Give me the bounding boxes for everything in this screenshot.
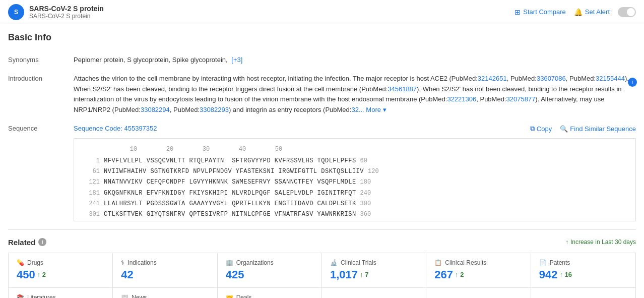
seq-line-5: 241 LLALHRSYLT PGDSSSGWTA GAAAYYVGYL QPR… — [82, 199, 627, 209]
related-empty-1 — [322, 288, 426, 298]
header: S SARS-CoV-2 S protein SARS-CoV-2 S prot… — [0, 0, 644, 24]
seq-line-7: 361 CVADYSVLYN SASFSTFKCY GVSPTKLNDL CFT… — [82, 220, 627, 221]
header-right: ⊞ Start Compare 🔔 Set Alert — [514, 7, 636, 17]
seq-line-6: 301 CTLKSFTVEK GIYQTSNFRV QPTESIVRFP NIT… — [82, 210, 627, 219]
related-header: Related i ↑ Increase in Last 30 days — [8, 238, 636, 247]
news-label-text: News — [132, 294, 147, 298]
pubmed-link-2[interactable]: 33607086 — [537, 75, 566, 82]
synonyms-label: Synonyms — [8, 55, 74, 64]
patents-count: 942 ↑ 16 — [539, 268, 627, 281]
alert-toggle[interactable] — [618, 7, 636, 17]
divider — [8, 229, 636, 230]
literatures-label-text: Literatures — [27, 294, 56, 298]
find-similar-label: Find Similar Sequence — [570, 125, 636, 133]
pubmed-link-7[interactable]: 33082294 — [141, 106, 170, 113]
synonyms-more-link[interactable]: [+3] — [231, 56, 242, 64]
patents-count-value: 942 — [539, 268, 558, 281]
news-label: 📰 News — [121, 294, 209, 298]
indications-label-text: Indications — [127, 259, 156, 266]
related-empty-2 — [426, 288, 531, 298]
sequence-label: Sequence — [8, 124, 74, 132]
patents-label: 📄 Patents — [539, 259, 627, 266]
organizations-label: 🏢 Organizations — [226, 259, 313, 266]
related-empty-3 — [531, 288, 635, 298]
seq-line-4: 181 GKQGNFKNLR EFVFKNIDGY FKIYSKHIPI NLV… — [82, 189, 627, 198]
pubmed-link-8[interactable]: 33082293 — [200, 106, 229, 113]
intro-text: Attaches the virion to the cell membrane… — [74, 75, 629, 113]
app-logo: S — [8, 4, 24, 20]
synonyms-value: Peplomer protein, S glycoprotein, Spike … — [74, 55, 636, 66]
clinical-trials-icon: 🔬 — [330, 259, 338, 266]
news-icon: 📰 — [121, 294, 128, 298]
literatures-icon: 📚 — [17, 294, 24, 298]
indications-icon: ⚕ — [121, 259, 124, 266]
clinical-results-label: 📋 Clinical Results — [434, 259, 522, 266]
pubmed-link-4[interactable]: 34561887 — [388, 85, 417, 93]
introduction-label: Introduction — [8, 74, 74, 82]
set-alert-label: Set Alert — [585, 8, 610, 16]
related-item-news[interactable]: 📰 News 61 — [113, 288, 217, 298]
drugs-increase: ↑ 2 — [37, 271, 46, 278]
clinical-trials-increase: ↑ 7 — [360, 271, 368, 278]
start-compare-button[interactable]: ⊞ Start Compare — [514, 8, 566, 16]
related-title-text: Related — [8, 238, 35, 247]
organizations-count: 425 — [226, 268, 313, 281]
copy-label: Copy — [537, 125, 552, 133]
related-item-patents[interactable]: 📄 Patents 942 ↑ 16 — [531, 253, 635, 287]
related-item-drugs[interactable]: 💊 Drugs 450 ↑ 2 — [9, 253, 113, 287]
copy-button[interactable]: ⧉ Copy — [530, 125, 552, 133]
seq-line-3: 121 NNATNVVIKV CEFQFCNDPF LGVYYHKNNK SWM… — [82, 177, 627, 187]
find-icon: 🔍 — [560, 125, 568, 133]
sequence-row: Sequence Sequence Code: 455397352 ⧉ Copy… — [8, 124, 636, 221]
entity-title: SARS-CoV-2 S protein — [29, 5, 104, 13]
clinical-trials-label: 🔬 Clinical Trials — [330, 259, 418, 266]
related-item-clinical-results[interactable]: 📋 Clinical Results 267 ↑ 2 — [426, 253, 531, 287]
related-grid-row2: 📚 Literatures 1,170 📰 News 61 🤝 Deals 13… — [8, 288, 636, 298]
clinical-results-increase: ↑ 2 — [455, 271, 464, 278]
related-item-organizations[interactable]: 🏢 Organizations 425 — [218, 253, 322, 287]
clinical-results-icon: 📋 — [434, 259, 442, 266]
header-titles: SARS-CoV-2 S protein SARS-CoV-2 S protei… — [29, 5, 104, 20]
arrow-up-icon: ↑ — [565, 239, 568, 246]
seq-line-1: 1 MFVFLVLLPL VSSQCVNLTT RTQLPAYTN SFTRGV… — [82, 156, 627, 166]
set-alert-button[interactable]: 🔔 Set Alert — [574, 8, 610, 16]
sequence-box[interactable]: 10 20 30 40 50 1 MFVFLVLLPL VSSQCVNLTT R… — [74, 138, 636, 221]
synonyms-row: Synonyms Peplomer protein, S glycoprotei… — [8, 55, 636, 66]
introduction-value: Attaches the virion to the cell membrane… — [74, 74, 636, 115]
pubmed-link-6[interactable]: 32075877 — [506, 95, 536, 103]
related-item-indications[interactable]: ⚕ Indications 42 — [113, 253, 217, 287]
section-title: Basic Info — [8, 32, 636, 47]
organizations-label-text: Organizations — [236, 259, 274, 266]
related-info-icon[interactable]: i — [38, 238, 46, 246]
pubmed-link-3[interactable]: 32155444 — [596, 75, 625, 82]
pubmed-link-1[interactable]: 32142651 — [478, 75, 507, 82]
indications-count: 42 — [121, 268, 209, 281]
more-button[interactable]: More ▾ — [366, 106, 386, 113]
increase-label-text: Increase in Last 30 days — [570, 239, 636, 246]
organizations-icon: 🏢 — [226, 259, 233, 266]
related-item-clinical-trials[interactable]: 🔬 Clinical Trials 1,017 ↑ 7 — [322, 253, 426, 287]
related-item-literatures[interactable]: 📚 Literatures 1,170 — [9, 288, 113, 298]
introduction-row: Introduction Attaches the virion to the … — [8, 74, 636, 115]
drugs-icon: 💊 — [17, 259, 24, 266]
header-left: S SARS-CoV-2 S protein SARS-CoV-2 S prot… — [8, 4, 104, 20]
pubmed-link-5[interactable]: 32221306 — [447, 95, 476, 103]
increase-label: ↑ Increase in Last 30 days — [565, 239, 636, 246]
pubmed-link-9[interactable]: 32... — [351, 106, 364, 113]
logo-text: S — [14, 9, 18, 16]
start-compare-label: Start Compare — [523, 8, 566, 16]
intro-info-icon[interactable]: i — [628, 78, 637, 87]
sequence-actions: ⧉ Copy 🔍 Find Similar Sequence — [530, 125, 636, 133]
clinical-results-label-text: Clinical Results — [445, 259, 486, 266]
sequence-code-link[interactable]: Sequence Code: 455397352 — [74, 124, 157, 134]
patents-icon: 📄 — [539, 259, 547, 266]
drugs-count-value: 450 — [17, 268, 35, 281]
drugs-label: 💊 Drugs — [17, 259, 104, 266]
find-similar-button[interactable]: 🔍 Find Similar Sequence — [560, 125, 636, 133]
related-item-deals[interactable]: 🤝 Deals 130 — [218, 288, 322, 298]
synonyms-text: Peplomer protein, S glycoprotein, Spike … — [74, 56, 228, 64]
main-content: Basic Info Synonyms Peplomer protein, S … — [0, 24, 644, 298]
sequence-header: Sequence Code: 455397352 ⧉ Copy 🔍 Find S… — [74, 124, 636, 134]
clinical-results-count: 267 ↑ 2 — [434, 268, 522, 281]
deals-label-text: Deals — [236, 294, 252, 298]
